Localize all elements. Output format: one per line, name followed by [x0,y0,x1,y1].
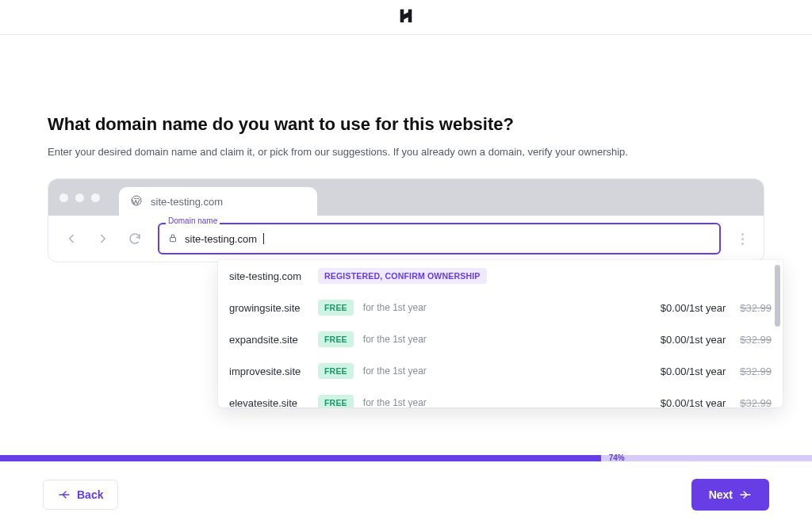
footer: Back Next [0,461,812,528]
top-bar [0,0,812,35]
domain-suggestions-dropdown: site-testing.comREGISTERED, CONFIRM OWNE… [218,260,783,407]
page-title: What domain name do you want to use for … [48,114,764,135]
domain-input-label: Domain name [166,216,220,225]
suggestion-row[interactable]: growingsite.siteFREEfor the 1st year$0.0… [218,292,783,323]
suggestion-domain: elevatesite.site [229,397,308,408]
refresh-icon [126,230,144,247]
price: $0.00/1st year [661,397,726,408]
free-badge: FREE [318,363,354,379]
original-price: $32.99 [740,397,772,408]
suggestion-domain: expandsite.site [229,334,308,346]
back-button-label: Back [77,488,103,501]
domain-input[interactable]: site-testing.com [158,223,721,254]
next-button[interactable]: Next [691,479,769,511]
browser-tab: site-testing.com [119,187,317,216]
suggestion-domain: improvesite.site [229,365,308,377]
more-menu-icon[interactable] [735,233,749,245]
page-subtitle: Enter your desired domain name and claim… [48,146,764,158]
domain-input-value: site-testing.com [185,233,257,245]
original-price: $32.99 [740,365,772,377]
registered-badge: REGISTERED, CONFIRM OWNERSHIP [318,268,487,284]
year-note: for the 1st year [363,302,427,313]
window-dot-icon [75,193,84,202]
original-price: $32.99 [740,334,772,346]
window-dot-icon [59,193,68,202]
year-note: for the 1st year [363,334,427,345]
price: $0.00/1st year [661,334,726,346]
progress-fill: 74% [0,455,601,461]
back-button[interactable]: Back [43,480,118,510]
scroll-thumb[interactable] [775,265,780,327]
text-caret [263,233,264,244]
window-controls [59,179,100,216]
free-badge: FREE [318,300,354,316]
scrollbar[interactable] [775,265,780,403]
year-note: for the 1st year [363,365,427,377]
suggestion-row[interactable]: site-testing.comREGISTERED, CONFIRM OWNE… [218,260,783,292]
price: $0.00/1st year [661,365,726,377]
next-button-label: Next [709,488,733,501]
free-badge: FREE [318,395,354,407]
wordpress-icon [130,194,143,209]
browser-tab-label: site-testing.com [151,196,223,208]
suggestion-domain: site-testing.com [229,270,308,282]
arrow-right-icon [94,230,112,247]
arrow-left-icon [63,230,80,247]
year-note: for the 1st year [363,397,427,407]
window-dot-icon [91,193,100,202]
suggestion-domain: growingsite.site [229,302,308,314]
browser-mock: site-testing.com Domain name site-test [48,178,764,262]
lock-icon [167,232,178,246]
hostinger-logo-icon [397,7,415,28]
main-content: What domain name do you want to use for … [0,35,812,262]
progress-bar: 74% [0,455,812,461]
price: $0.00/1st year [661,302,726,314]
svg-rect-1 [170,237,176,241]
suggestion-row[interactable]: elevatesite.siteFREEfor the 1st year$0.0… [218,387,783,407]
browser-nav-row: Domain name site-testing.com [48,216,764,262]
suggestion-row[interactable]: expandsite.siteFREEfor the 1st year$0.00… [218,323,783,355]
suggestion-row[interactable]: improvesite.siteFREEfor the 1st year$0.0… [218,355,783,387]
domain-field[interactable]: Domain name site-testing.com [158,223,721,254]
free-badge: FREE [318,331,354,347]
browser-tab-row: site-testing.com [48,179,764,216]
original-price: $32.99 [740,302,772,314]
